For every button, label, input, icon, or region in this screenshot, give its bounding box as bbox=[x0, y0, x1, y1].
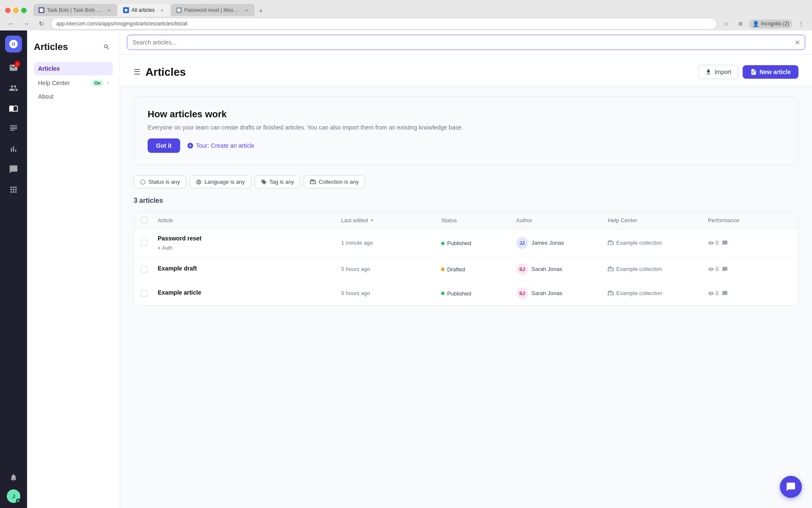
bookmark-button[interactable]: ☆ bbox=[720, 18, 732, 30]
row3-author-cell: SJ Sarah Jonas bbox=[516, 287, 608, 299]
tab2-label: All articles bbox=[132, 7, 155, 13]
sidebar-item-articles[interactable]: Articles bbox=[34, 62, 113, 75]
sidebar-item-apps[interactable] bbox=[5, 181, 22, 198]
sidebar-item-help-center[interactable]: Help Center On › bbox=[34, 76, 113, 90]
row2-status-dot bbox=[441, 268, 444, 271]
got-it-button[interactable]: Got it bbox=[148, 138, 180, 153]
row3-reactions bbox=[722, 290, 728, 296]
th-performance: Performance bbox=[708, 217, 791, 224]
new-article-button-label: New article bbox=[760, 69, 791, 75]
profile-button[interactable]: 👤 Incognito (2) bbox=[749, 19, 793, 28]
profile-label: Incognito (2) bbox=[761, 21, 789, 27]
row2-title[interactable]: Example draft bbox=[158, 265, 341, 272]
new-tab-button[interactable]: + bbox=[255, 6, 266, 17]
browser-chrome: Task Bots | Task Bots | Moodj... ✕ All a… bbox=[0, 0, 812, 30]
filter-language[interactable]: Language is any bbox=[189, 175, 251, 188]
toolbar-actions: ☆ ⊞ 👤 Incognito (2) ⋮ bbox=[720, 18, 807, 30]
row1-title[interactable]: Password reset bbox=[158, 235, 341, 242]
row2-reactions bbox=[722, 266, 728, 272]
tab3-close[interactable]: ✕ bbox=[244, 7, 250, 13]
filter-status[interactable]: Status is any bbox=[134, 175, 186, 188]
row1-performance-cell: 0 bbox=[708, 240, 791, 246]
window-close[interactable] bbox=[5, 8, 11, 13]
address-bar[interactable]: app.intercom.com/a/apps/nnsgmgob/article… bbox=[51, 18, 717, 30]
browser-titlebar: Task Bots | Task Bots | Moodj... ✕ All a… bbox=[0, 0, 812, 16]
row2-status-label: Drafted bbox=[447, 266, 465, 273]
sidebar-item-help-center-label: Help Center bbox=[38, 80, 70, 86]
search-clear-button[interactable]: ✕ bbox=[795, 39, 800, 47]
forward-button[interactable]: → bbox=[20, 18, 32, 30]
row2-checkbox[interactable] bbox=[141, 266, 148, 273]
filter-tag[interactable]: Tag is any bbox=[255, 175, 301, 188]
back-button[interactable]: ← bbox=[5, 18, 17, 30]
row3-article-cell: Example article bbox=[158, 289, 341, 298]
sidebar-bottom: J bbox=[5, 469, 22, 503]
online-indicator bbox=[16, 499, 20, 503]
svg-rect-2 bbox=[177, 9, 180, 12]
row3-checkbox-cell bbox=[141, 290, 158, 297]
browser-toolbar: ← → ↻ app.intercom.com/a/apps/nnsgmgob/a… bbox=[0, 16, 812, 31]
inbox-badge: 1 bbox=[14, 61, 20, 67]
sidebar-item-contacts[interactable] bbox=[5, 80, 22, 97]
sidebar-item-messages[interactable] bbox=[5, 161, 22, 178]
sidebar-item-reports[interactable] bbox=[5, 120, 22, 137]
row2-eye-icon bbox=[708, 266, 714, 272]
page-title: Articles bbox=[145, 66, 698, 79]
tab-1[interactable]: Task Bots | Task Bots | Moodj... ✕ bbox=[33, 4, 117, 17]
row3-views: 0 bbox=[708, 290, 719, 296]
reload-button[interactable]: ↻ bbox=[36, 18, 47, 30]
row2-status-cell: Drafted bbox=[441, 265, 516, 273]
sidebar-item-knowledge[interactable] bbox=[5, 100, 22, 117]
row3-status-cell: Published bbox=[441, 290, 516, 297]
table-row: Password reset Auth 1 minute ago Publish… bbox=[134, 229, 798, 257]
row3-help-center-label: Example collection bbox=[616, 290, 662, 296]
row3-checkbox[interactable] bbox=[141, 290, 148, 297]
menu-icon[interactable]: ☰ bbox=[134, 67, 140, 77]
tab-3[interactable]: Password reset | Moodjoy Hel... ✕ bbox=[171, 4, 255, 17]
tab2-close[interactable]: ✕ bbox=[159, 7, 165, 13]
tab-2[interactable]: All articles ✕ bbox=[118, 4, 170, 17]
row1-checkbox[interactable] bbox=[141, 240, 148, 246]
tour-link[interactable]: Tour: Create an article bbox=[187, 142, 255, 149]
banner-title: How articles work bbox=[148, 109, 785, 120]
row1-last-edited: 1 minute ago bbox=[341, 240, 442, 246]
row1-status-badge: Published bbox=[441, 240, 471, 246]
filter-tag-label: Tag is any bbox=[269, 179, 294, 185]
new-article-button[interactable]: New article bbox=[743, 65, 798, 79]
select-all-checkbox[interactable] bbox=[141, 217, 148, 224]
search-input[interactable] bbox=[127, 35, 805, 50]
filter-status-icon bbox=[140, 179, 146, 185]
sidebar-icons: 1 J bbox=[0, 30, 27, 508]
row1-help-center-cell: Example collection bbox=[608, 240, 708, 246]
sidebar-item-about[interactable]: About bbox=[34, 90, 113, 103]
filter-collection[interactable]: Collection is any bbox=[304, 175, 365, 188]
row3-eye-icon bbox=[708, 290, 714, 296]
tab2-favicon bbox=[123, 7, 129, 13]
sort-icon: ▼ bbox=[370, 218, 374, 223]
window-maximize[interactable] bbox=[21, 8, 27, 13]
row3-title[interactable]: Example article bbox=[158, 289, 341, 296]
th-last-edited[interactable]: Last edited ▼ bbox=[341, 217, 442, 224]
row1-status-label: Published bbox=[447, 240, 471, 246]
row1-help-center-label: Example collection bbox=[616, 240, 662, 246]
sidebar-title-text: Articles bbox=[34, 41, 68, 52]
import-button[interactable]: Import bbox=[698, 65, 738, 79]
filter-tag-icon bbox=[261, 179, 267, 185]
menu-button[interactable]: ⋮ bbox=[795, 18, 807, 30]
sidebar-item-notifications[interactable] bbox=[5, 469, 22, 486]
tab1-favicon bbox=[38, 7, 44, 13]
sidebar-item-analytics[interactable] bbox=[5, 141, 22, 157]
th-article: Article bbox=[158, 217, 341, 224]
extension-button[interactable]: ⊞ bbox=[735, 18, 746, 30]
app-logo[interactable] bbox=[5, 36, 22, 52]
row2-status-badge: Drafted bbox=[441, 266, 465, 273]
user-avatar[interactable]: J bbox=[7, 489, 20, 503]
tab1-close[interactable]: ✕ bbox=[106, 7, 112, 13]
row2-last-edited: 5 hours ago bbox=[341, 266, 442, 272]
th-status: Status bbox=[441, 217, 516, 224]
page-header: ☰ Articles Import New article bbox=[120, 55, 812, 86]
sidebar-item-inbox[interactable]: 1 bbox=[5, 59, 22, 76]
chat-widget-button[interactable] bbox=[780, 476, 802, 498]
window-minimize[interactable] bbox=[13, 8, 19, 13]
sidebar-search-button[interactable] bbox=[100, 41, 113, 53]
